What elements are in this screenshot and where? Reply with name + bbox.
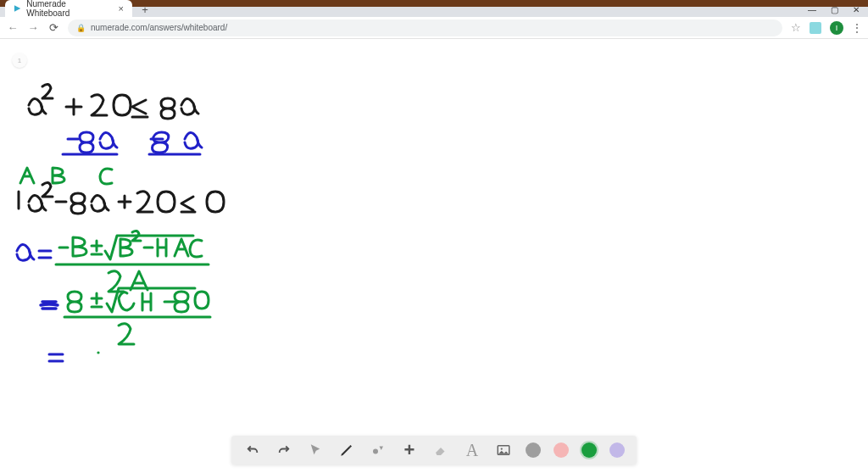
redo-button[interactable] xyxy=(275,441,293,459)
window-maximize-button[interactable]: ▢ xyxy=(829,5,839,14)
tab-close-icon[interactable]: × xyxy=(119,3,124,14)
color-green-swatch[interactable] xyxy=(581,442,597,458)
browser-menu-icon[interactable]: ⋮ xyxy=(852,22,861,34)
nav-forward-button[interactable]: → xyxy=(27,22,39,34)
addr-right-controls: ☆ I ⋮ xyxy=(791,21,861,35)
add-button[interactable]: + xyxy=(400,441,419,459)
browser-tab-active[interactable]: Numerade Whiteboard × xyxy=(5,0,132,17)
new-tab-button[interactable]: + xyxy=(137,2,153,17)
svg-point-1 xyxy=(97,351,99,353)
browser-address-bar: ← → ⟳ 🔒 numerade.com/answers/whiteboard/… xyxy=(0,17,868,39)
shapes-tool-button[interactable] xyxy=(369,441,387,459)
window-close-button[interactable]: ✕ xyxy=(851,5,861,14)
tab-title: Numerade Whiteboard xyxy=(26,0,104,18)
tab-favicon-icon xyxy=(14,4,21,13)
nav-back-button[interactable]: ← xyxy=(7,22,19,34)
bookmark-star-icon[interactable]: ☆ xyxy=(791,21,801,34)
window-minimize-button[interactable]: — xyxy=(807,5,817,14)
color-gray-swatch[interactable] xyxy=(526,442,541,458)
nav-reload-button[interactable]: ⟳ xyxy=(47,22,59,34)
svg-marker-3 xyxy=(380,447,384,451)
url-box[interactable]: 🔒 numerade.com/answers/whiteboard/ xyxy=(68,19,782,36)
text-tool-button[interactable]: A xyxy=(463,441,481,459)
pointer-tool-button[interactable] xyxy=(306,441,325,459)
profile-avatar[interactable]: I xyxy=(830,21,843,35)
window-controls: — ▢ ✕ xyxy=(807,5,861,14)
svg-point-2 xyxy=(373,449,378,454)
svg-marker-0 xyxy=(14,5,20,11)
lock-icon: 🔒 xyxy=(76,24,86,32)
url-text: numerade.com/answers/whiteboard/ xyxy=(91,23,227,32)
color-pink-swatch[interactable] xyxy=(554,442,569,458)
undo-button[interactable] xyxy=(243,441,262,459)
whiteboard-toolbar: + A xyxy=(231,436,637,465)
browser-tab-strip: Numerade Whiteboard × + xyxy=(0,0,868,17)
eraser-tool-button[interactable] xyxy=(431,441,450,459)
color-purple-swatch[interactable] xyxy=(609,442,625,458)
image-tool-button[interactable] xyxy=(494,441,513,459)
extension-icon[interactable] xyxy=(810,22,821,34)
whiteboard-canvas[interactable] xyxy=(0,39,868,473)
pen-tool-button[interactable] xyxy=(337,441,356,459)
page-content: 1 xyxy=(0,39,868,473)
svg-point-5 xyxy=(501,448,503,449)
